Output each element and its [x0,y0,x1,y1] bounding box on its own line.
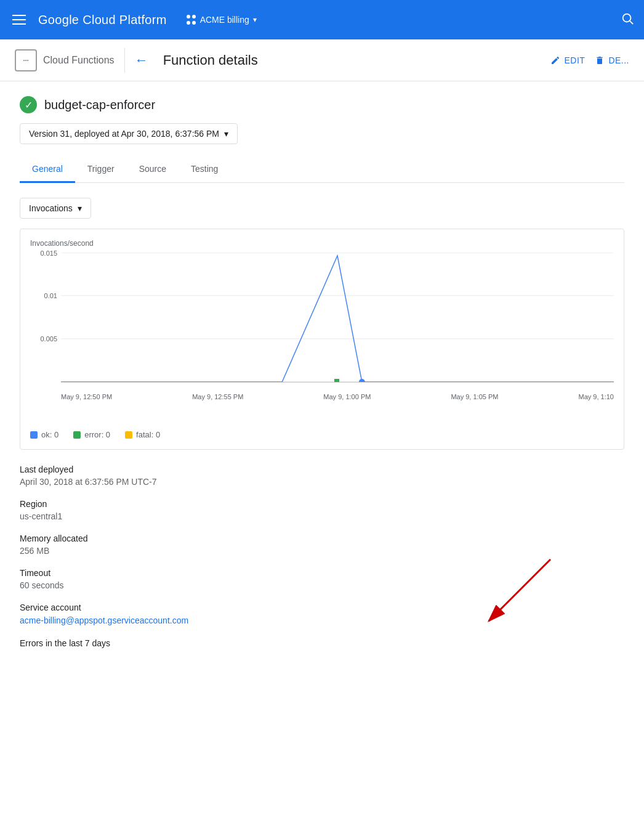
chart-legend: ok: 0 error: 0 fatal: 0 [30,425,614,439]
legend-fatal-color [125,431,132,439]
cloud-functions-icon: ··· [15,49,37,71]
delete-button[interactable]: DE... [595,55,629,65]
search-icon[interactable] [621,12,634,28]
billing-selector[interactable]: ACME billing ▾ [187,15,257,25]
service-account-link[interactable]: acme-billing@appspot.gserviceaccount.com [20,615,188,625]
memory-item: Memory allocated 256 MB [20,534,624,556]
errors-item: Errors in the last 7 days [20,638,624,648]
edit-label: EDIT [564,55,585,65]
brand-area: ··· Cloud Functions [15,49,115,71]
billing-name: ACME billing [200,15,249,25]
last-deployed-label: Last deployed [20,465,624,474]
app-title: Google Cloud Platform [38,13,167,27]
brand-name: Cloud Functions [43,55,115,66]
x-label-1250: May 9, 12:50 PM [61,393,112,400]
red-arrow-svg [440,553,575,633]
service-account-item: Service account acme-billing@appspot.gse… [20,603,624,626]
memory-value: 256 MB [20,546,624,556]
y-label-015: 0.015 [40,250,57,257]
memory-label: Memory allocated [20,534,624,543]
legend-fatal-label: fatal: 0 [136,430,160,439]
svg-line-1 [630,21,633,24]
version-dropdown[interactable]: Version 31, deployed at Apr 30, 2018, 6:… [20,123,238,144]
header-divider [124,48,125,73]
timeout-value: 60 seconds [20,580,624,590]
legend-ok-color [30,431,38,439]
sub-header: ··· Cloud Functions ← Function details E… [0,39,644,81]
edit-button[interactable]: EDIT [550,55,585,65]
menu-icon[interactable] [10,12,28,27]
x-label-1255: May 9, 12:55 PM [192,393,243,400]
annotation-arrow [440,553,575,636]
info-section: Last deployed April 30, 2018 at 6:37:56 … [20,465,624,648]
region-label: Region [20,499,624,509]
page-title: Function details [163,52,258,68]
svg-rect-9 [334,379,339,382]
billing-dots-icon [187,15,196,25]
y-label-005: 0.005 [40,335,57,343]
service-account-label: Service account [20,603,624,612]
x-label-100: May 9, 1:00 PM [323,393,371,400]
timeout-item: Timeout 60 seconds [20,568,624,590]
svg-point-8 [359,379,365,382]
tabs-bar: General Trigger Source Testing [20,156,624,183]
edit-icon [550,55,560,65]
top-nav: Google Cloud Platform ACME billing ▾ [0,0,644,39]
invocations-chevron-icon: ▾ [78,203,82,213]
header-actions: EDIT DE... [550,55,629,65]
back-button[interactable]: ← [135,52,148,68]
status-icon: ✓ [20,96,37,113]
delete-icon [595,55,605,65]
last-deployed-value: April 30, 2018 at 6:37:56 PM UTC-7 [20,477,624,487]
tab-trigger[interactable]: Trigger [75,156,127,183]
chart-y-axis-label: Invocations/second [30,239,614,248]
tab-source[interactable]: Source [127,156,179,183]
chart-area: 0.015 0.01 0.005 [30,253,614,400]
region-item: Region us-central1 [20,499,624,521]
tab-general[interactable]: General [20,156,75,183]
chevron-down-icon: ▾ [253,15,257,24]
chart-container: Invocations/second 0.015 0.01 0.005 [20,229,624,450]
legend-error-label: error: 0 [84,430,110,439]
function-header: ✓ budget-cap-enforcer [20,96,624,113]
x-label-105: May 9, 1:05 PM [451,393,498,400]
last-deployed-item: Last deployed April 30, 2018 at 6:37:56 … [20,465,624,487]
brand-icon-text: ··· [23,57,28,64]
chart-svg [61,253,614,382]
region-value: us-central1 [20,511,624,521]
legend-ok-label: ok: 0 [41,430,58,439]
version-chevron-icon: ▾ [224,129,228,139]
main-content: ✓ budget-cap-enforcer Version 31, deploy… [0,81,644,820]
tab-testing[interactable]: Testing [179,156,230,183]
legend-fatal: fatal: 0 [125,430,160,439]
x-label-110: May 9, 1:10 [578,393,613,400]
invocations-dropdown[interactable]: Invocations ▾ [20,198,91,219]
errors-label: Errors in the last 7 days [20,638,624,648]
invocations-label: Invocations [29,203,73,213]
legend-error: error: 0 [73,430,110,439]
timeout-label: Timeout [20,568,624,578]
version-label: Version 31, deployed at Apr 30, 2018, 6:… [29,129,219,139]
y-label-010: 0.01 [44,292,57,299]
delete-label: DE... [608,55,629,65]
legend-error-color [73,431,81,439]
function-name: budget-cap-enforcer [44,98,155,112]
legend-ok: ok: 0 [30,430,58,439]
svg-point-0 [623,14,631,22]
